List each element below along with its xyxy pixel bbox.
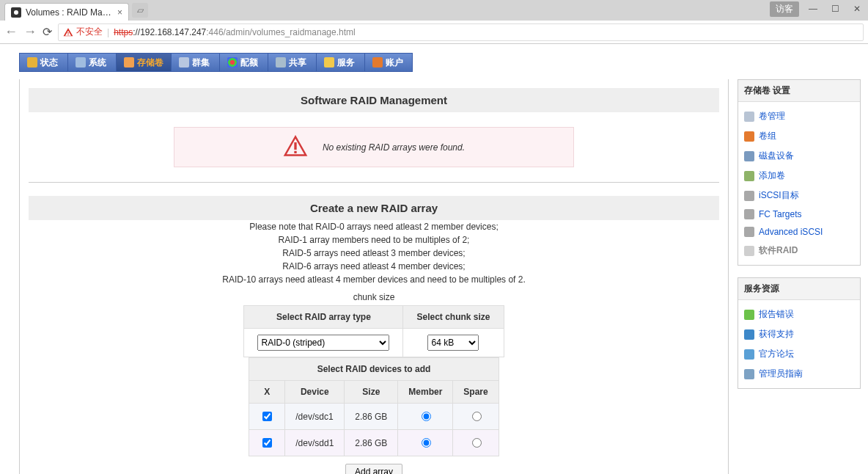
chunk-size-label: chunk size [29, 292, 719, 302]
alert-no-arrays: No existing RAID arrays were found. [174, 127, 574, 167]
bug-icon [744, 310, 754, 320]
table-row: /dev/sdd1 2.86 GB [249, 430, 499, 456]
device-row-checkbox[interactable] [262, 438, 272, 448]
share-icon [276, 57, 286, 68]
raid-requirements-note: Please note that RAID-0 arrays need atle… [29, 220, 719, 286]
nav-account[interactable]: 账户 [364, 53, 413, 72]
minimize-button[interactable]: — [802, 0, 824, 18]
service-resources-title: 服务资源 [738, 278, 860, 300]
forum-icon [744, 349, 754, 360]
service-icon [324, 57, 334, 68]
cluster-icon [179, 57, 189, 68]
window-controls: 访客 — ☐ ✕ [770, 0, 868, 18]
sidebar-item-get-support[interactable]: 获得支持 [738, 324, 860, 344]
nav-service[interactable]: 服务 [316, 53, 364, 72]
nav-system[interactable]: 系统 [67, 53, 116, 72]
col-device: Device [285, 381, 345, 404]
browser-chrome: Volumes : RAID Manag × ▱ 访客 — ☐ ✕ ← → ⟳ … [0, 0, 868, 44]
favicon-icon [11, 7, 21, 18]
nav-volumes[interactable]: 存储卷 [116, 53, 171, 72]
insecure-indicator: 不安全 [63, 26, 103, 38]
group-icon [744, 131, 754, 142]
nav-cluster[interactable]: 群集 [171, 53, 219, 72]
table-row: /dev/sdc1 2.86 GB [249, 404, 499, 430]
close-window-button[interactable]: ✕ [846, 0, 868, 18]
device-size: 2.86 GB [345, 404, 398, 430]
nav-share[interactable]: 共享 [268, 53, 316, 72]
address-bar: ← → ⟳ 不安全 | https://192.168.147.247:446/… [0, 21, 868, 44]
forward-button[interactable]: → [23, 24, 37, 40]
reload-button[interactable]: ⟳ [43, 25, 52, 39]
device-path: /dev/sdc1 [285, 404, 345, 430]
chunk-size-select[interactable]: 64 kB [427, 335, 479, 351]
visitor-badge: 访客 [770, 1, 799, 17]
warning-triangle-icon [283, 135, 308, 159]
adv-iscsi-icon [744, 227, 754, 237]
account-icon [372, 57, 383, 68]
volumes-settings-title: 存储卷 设置 [738, 80, 860, 102]
col-spare: Spare [453, 381, 499, 404]
col-select: X [249, 381, 285, 404]
tab-title: Volumes : RAID Manag [26, 7, 113, 18]
volume-icon [124, 57, 134, 68]
raid-icon [744, 246, 754, 256]
service-resources-box: 服务资源 报告错误 获得支持 官方论坛 管理员指南 [738, 277, 861, 389]
sidebar-item-vol-group[interactable]: 卷组 [738, 126, 860, 146]
warning-triangle-icon [63, 27, 73, 37]
sidebar-item-report-bug[interactable]: 报告错误 [738, 305, 860, 324]
sidebar: 存储卷 设置 卷管理 卷组 磁盘设备 添加卷 iSCSI目标 FC Target… [738, 79, 861, 474]
col-size: Size [345, 381, 398, 404]
nav-quota[interactable]: 配额 [219, 53, 268, 72]
page-title: Software RAID Management [29, 88, 719, 112]
back-button[interactable]: ← [4, 24, 18, 40]
maximize-button[interactable]: ☐ [824, 0, 846, 18]
raid-type-header: Select RAID array type [244, 306, 403, 329]
sidebar-item-advanced-iscsi[interactable]: Advanced iSCSI [738, 223, 860, 241]
url-bar[interactable]: 不安全 | https://192.168.147.247:446/admin/… [58, 23, 864, 41]
sidebar-item-forum[interactable]: 官方论坛 [738, 344, 860, 364]
devices-header: Select RAID devices to add [249, 358, 499, 381]
tab-bar: Volumes : RAID Manag × ▱ 访客 — ☐ ✕ [0, 0, 868, 21]
system-icon [76, 57, 86, 68]
raid-type-select[interactable]: RAID-0 (striped) [257, 335, 389, 351]
status-icon [27, 57, 37, 68]
create-array-title: Create a new RAID array [29, 196, 719, 220]
browser-tab[interactable]: Volumes : RAID Manag × [4, 3, 129, 21]
fc-icon [744, 209, 754, 219]
raid-config-table: Select RAID array type Select chunk size… [243, 305, 504, 357]
target-icon [744, 191, 754, 201]
sidebar-item-add-volume[interactable]: 添加卷 [738, 166, 860, 186]
sidebar-item-vol-manage[interactable]: 卷管理 [738, 106, 860, 126]
device-size: 2.86 GB [345, 430, 398, 456]
chunk-size-header: Select chunk size [403, 306, 504, 329]
device-path: /dev/sdd1 [285, 430, 345, 456]
new-tab-button[interactable]: ▱ [132, 3, 148, 18]
spare-radio[interactable] [472, 412, 482, 421]
add-icon [744, 171, 754, 181]
sidebar-item-fc-targets[interactable]: FC Targets [738, 205, 860, 223]
guide-icon [744, 369, 754, 379]
alert-text: No existing RAID arrays were found. [323, 142, 465, 153]
volumes-settings-box: 存储卷 设置 卷管理 卷组 磁盘设备 添加卷 iSCSI目标 FC Target… [738, 79, 861, 266]
quota-icon [227, 57, 238, 68]
sidebar-item-disk-devices[interactable]: 磁盘设备 [738, 146, 860, 166]
nav-status[interactable]: 状态 [19, 53, 67, 72]
spare-radio[interactable] [472, 438, 482, 448]
main-content: Software RAID Management No existing RAI… [19, 79, 729, 474]
insecure-label: 不安全 [76, 26, 103, 38]
add-array-button[interactable]: Add array [345, 464, 402, 474]
member-radio[interactable] [422, 412, 431, 421]
disk-icon [744, 112, 754, 122]
device-table: Select RAID devices to add X Device Size… [249, 357, 499, 456]
sidebar-item-iscsi-target[interactable]: iSCSI目标 [738, 186, 860, 205]
close-tab-icon[interactable]: × [117, 7, 122, 18]
col-member: Member [398, 381, 453, 404]
support-icon [744, 329, 754, 340]
sidebar-item-software-raid[interactable]: 软件RAID [738, 241, 860, 260]
top-nav: 状态 系统 存储卷 群集 配额 共享 服务 账户 [19, 53, 868, 72]
sidebar-item-admin-guide[interactable]: 管理员指南 [738, 364, 860, 384]
url-text: https://192.168.147.247:446/admin/volume… [114, 27, 356, 37]
member-radio[interactable] [422, 438, 431, 448]
device-row-checkbox[interactable] [262, 412, 272, 421]
hdd-icon [744, 151, 754, 161]
